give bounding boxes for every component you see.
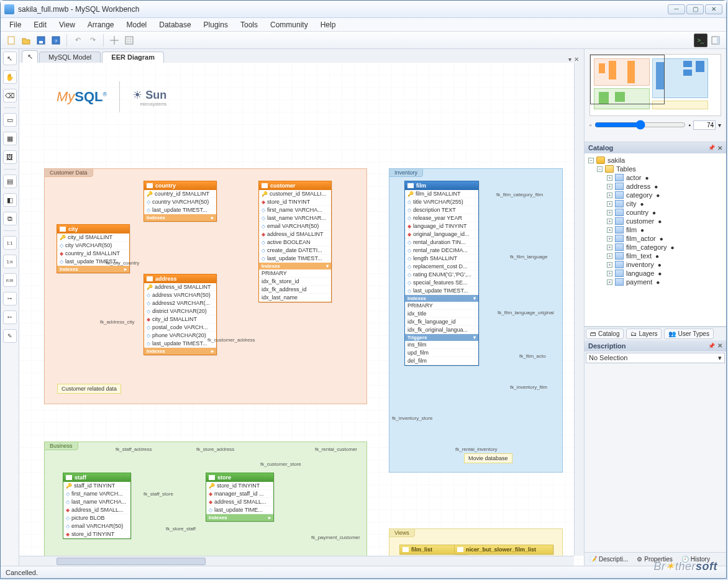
eraser-tool[interactable]: ⌫ [3, 89, 17, 102]
catalog-tree[interactable]: −sakila −Tables +actor● +address● +categ… [585, 153, 726, 327]
menu-plugins[interactable]: Plugins [198, 19, 234, 30]
tab-description[interactable]: 📝 Descripti... [586, 555, 632, 564]
zoom-dropdown-icon[interactable]: ▾ [718, 122, 721, 129]
pin-icon[interactable]: 📌 [706, 145, 717, 151]
tree-toggle[interactable]: − [597, 166, 603, 172]
tree-toggle[interactable]: + [607, 271, 612, 276]
entity-country[interactable]: country country_id SMALLINT country VARC… [143, 181, 217, 222]
catalog-table[interactable]: film_category [626, 243, 667, 251]
zoom-in-icon[interactable]: ▪ [688, 122, 691, 129]
diagram-canvas[interactable]: MySQL® ☀ Sunmicrosystems Customer Data C… [19, 63, 584, 566]
tree-toggle[interactable]: + [607, 193, 612, 198]
panel-close-icon[interactable]: ✕ [717, 145, 722, 152]
relation-1-1-nonid-tool[interactable]: ⊶ [3, 292, 17, 306]
catalog-tab-catalog[interactable]: 🗃 Catalog [586, 329, 624, 339]
pin-icon[interactable]: 📌 [706, 343, 717, 349]
hand-tool[interactable]: ✋ [3, 70, 17, 84]
relation-n-m-tool[interactable]: n:m [3, 273, 17, 287]
tree-toggle[interactable]: + [607, 210, 612, 215]
tab-mysql-model[interactable]: MySQL Model [39, 52, 101, 63]
menu-community[interactable]: Community [264, 19, 314, 30]
relation-existing-tool[interactable]: ✎ [3, 329, 17, 343]
tab-history[interactable]: 🕘 History [678, 555, 714, 564]
catalog-table[interactable]: film [626, 226, 637, 233]
close-button[interactable]: ✕ [705, 4, 722, 14]
navigator-thumbnail[interactable] [589, 54, 721, 116]
zoom-out-icon[interactable]: ▫ [589, 122, 592, 129]
entity-staff[interactable]: staff staff_id TINYINT first_name VARCH.… [63, 473, 131, 539]
catalog-table[interactable]: payment [626, 278, 652, 286]
description-dropdown[interactable]: No Selection▾ [586, 353, 725, 363]
layer-tool[interactable]: ▭ [3, 113, 17, 127]
tree-toggle[interactable]: + [607, 262, 612, 268]
open-file-button[interactable] [19, 34, 33, 47]
catalog-table[interactable]: film_actor [626, 235, 656, 242]
catalog-folder-name[interactable]: Tables [616, 165, 636, 173]
pointer-tab[interactable]: ↖ [22, 50, 38, 63]
tab-dropdown-icon[interactable]: ▾ [568, 56, 571, 63]
entity-customer[interactable]: customer customer_id SMALLI... store_id … [258, 181, 332, 302]
save-as-button[interactable]: ? [49, 34, 63, 47]
routine-tool[interactable]: ⧉ [3, 212, 17, 225]
menu-arrange[interactable]: Arrange [81, 19, 121, 30]
panel-toggle-button[interactable] [709, 34, 722, 47]
relation-1-n-tool[interactable]: 1:n [3, 255, 17, 268]
panel-close-icon[interactable]: ✕ [717, 342, 722, 349]
menu-view[interactable]: View [53, 19, 81, 30]
menu-database[interactable]: Database [153, 19, 197, 30]
menu-tools[interactable]: Tools [234, 19, 264, 30]
catalog-table[interactable]: language [626, 270, 654, 277]
tree-toggle[interactable]: + [607, 279, 612, 285]
menu-file[interactable]: File [3, 19, 27, 30]
catalog-db-name[interactable]: sakila [607, 156, 625, 164]
zoom-input[interactable] [693, 120, 716, 130]
maximize-button[interactable]: ▢ [686, 4, 704, 14]
terminal-button[interactable]: >_ [694, 34, 708, 47]
note-tool[interactable]: ▦ [3, 132, 17, 145]
relation-1-1-tool[interactable]: 1:1 [3, 236, 17, 250]
tree-toggle[interactable]: + [607, 236, 612, 242]
catalog-table[interactable]: actor [626, 174, 641, 181]
vertical-scrollbar[interactable] [574, 63, 584, 556]
catalog-table[interactable]: inventory [626, 261, 654, 268]
menu-edit[interactable]: Edit [27, 19, 53, 30]
tree-toggle[interactable]: + [607, 184, 612, 189]
relation-1-n-nonid-tool[interactable]: ⊷ [3, 310, 17, 324]
tree-toggle[interactable]: + [607, 201, 612, 207]
zoom-slider[interactable] [594, 120, 686, 130]
pointer-tool[interactable]: ↖ [3, 52, 17, 65]
tree-toggle[interactable]: + [607, 253, 612, 259]
image-tool[interactable]: 🖼 [3, 150, 17, 164]
tab-close-icon[interactable]: ✕ [574, 56, 579, 63]
entity-nicer-list[interactable]: nicer_but_slower_film_list [454, 545, 553, 555]
catalog-tab-layers[interactable]: 🗂 Layers [626, 329, 662, 339]
entity-film[interactable]: film film_id SMALLINT title VARCHAR(255)… [404, 181, 479, 366]
tree-toggle[interactable]: + [607, 219, 612, 224]
catalog-table[interactable]: category [626, 191, 652, 199]
entity-city[interactable]: city city_id SMALLINT city VARCHAR(50) c… [57, 224, 130, 273]
entity-address[interactable]: address address_id SMALLINT address VARC… [143, 274, 217, 355]
catalog-table[interactable]: city [626, 200, 637, 207]
table-tool[interactable]: ▤ [3, 174, 17, 188]
new-file-button[interactable] [4, 34, 18, 47]
catalog-table[interactable]: customer [626, 217, 654, 225]
view-tool[interactable]: ◧ [3, 193, 17, 207]
snap-toggle-button[interactable] [122, 34, 136, 47]
save-button[interactable] [34, 34, 48, 47]
redo-button[interactable]: ↷ [86, 34, 99, 47]
horizontal-scrollbar[interactable] [19, 556, 574, 566]
catalog-table[interactable]: country [626, 209, 648, 216]
undo-button[interactable]: ↶ [71, 34, 84, 47]
menu-model[interactable]: Model [121, 19, 153, 30]
tab-properties[interactable]: ⚙ Properties [633, 555, 676, 564]
menu-help[interactable]: Help [314, 19, 342, 30]
tree-toggle[interactable]: − [588, 158, 594, 163]
minimize-button[interactable]: ─ [668, 4, 685, 14]
grid-toggle-button[interactable] [107, 34, 121, 47]
tree-toggle[interactable]: + [607, 245, 612, 250]
catalog-table[interactable]: film_text [626, 252, 652, 260]
catalog-table[interactable]: address [626, 183, 650, 190]
tab-eer-diagram[interactable]: EER Diagram [102, 52, 164, 63]
entity-store[interactable]: store store_id TINYINT manager_staff_id … [206, 473, 274, 522]
tree-toggle[interactable]: + [607, 227, 612, 233]
